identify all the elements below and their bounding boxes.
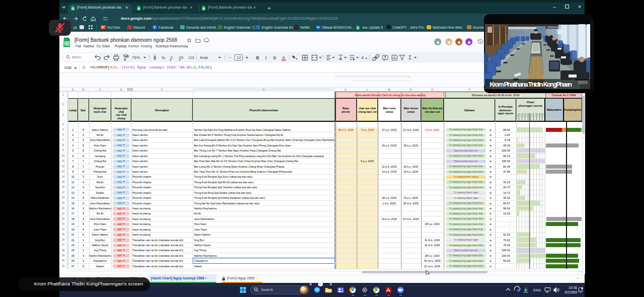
svg-text:+: + [246,55,249,60]
svg-text:.00: .00 [178,55,183,60]
svg-text:A: A [361,55,364,60]
svg-text:−: − [228,55,231,60]
svg-text:123: 123 [188,56,194,59]
svg-text:Krom Phatthana Thidin KongPhae: Krom Phatthana Thidin KongPhaen [490,81,572,88]
svg-text:Arial: Arial [200,55,208,60]
svg-text:A: A [282,55,285,60]
svg-text:%: % [162,55,166,60]
svg-text:75%: 75% [132,55,140,60]
svg-text:S: S [273,55,276,60]
svg-text:Σ: Σ [409,55,412,60]
svg-text:B: B [256,55,259,60]
svg-text:.0: .0 [170,55,173,60]
svg-text:12: 12 [237,55,241,60]
svg-text:I: I [265,55,267,60]
svg-text:ENG: ENG [533,288,541,292]
